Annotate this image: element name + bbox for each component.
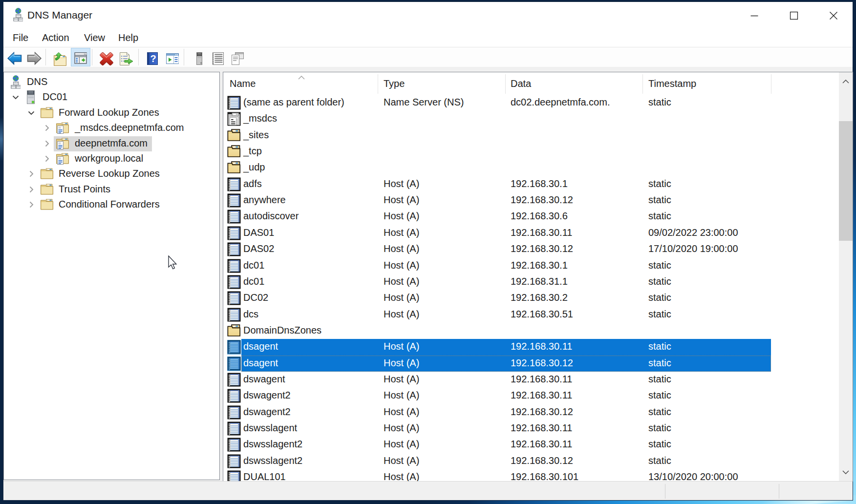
- tree-item-forward-lookup-zones[interactable]: Forward Lookup Zones: [4, 105, 219, 121]
- tree-item-trust-points[interactable]: Trust Points: [4, 182, 219, 198]
- chevron-right-icon[interactable]: [27, 170, 35, 178]
- dns-manager-app-icon: [13, 8, 23, 22]
- scrollbar-down-button[interactable]: [839, 466, 853, 479]
- column-separator[interactable]: [771, 74, 771, 94]
- list-row--tcp[interactable]: _tcp: [223, 144, 853, 160]
- computer-button[interactable]: [193, 52, 207, 65]
- list-row--sites[interactable]: _sites: [223, 127, 853, 144]
- column-header-name[interactable]: Name: [230, 78, 256, 89]
- record-icon: [227, 357, 241, 371]
- list-row-dual101[interactable]: DUAL101Host (A)192.168.30.10113/10/2020 …: [223, 469, 853, 482]
- record-icon-svg: [227, 291, 241, 305]
- tree-item-reverse-lookup-zones[interactable]: Reverse Lookup Zones: [4, 167, 219, 182]
- list-row-dswsslagent2[interactable]: dswsslagent2Host (A)192.168.30.12static: [223, 453, 853, 469]
- record-book-button[interactable]: [211, 52, 226, 65]
- list-row--udp[interactable]: _udp: [223, 160, 853, 176]
- list-row-adfs[interactable]: adfsHost (A)192.168.30.1static: [223, 176, 853, 192]
- mouse-cursor: [168, 255, 178, 270]
- tree-item-workgroup-local[interactable]: workgroup.local: [4, 151, 219, 167]
- list-row-autodiscover[interactable]: autodiscoverHost (A)192.168.30.6static: [223, 209, 853, 225]
- dns-manager-window: DNS Manager FileActionViewHelp ?: [3, 1, 853, 501]
- show-hide-console-tree-button[interactable]: [74, 52, 88, 65]
- menu-bar: FileActionViewHelp: [3, 29, 853, 47]
- new-window-from-here-button[interactable]: [166, 52, 180, 65]
- cell-timestamp: static: [648, 341, 671, 352]
- chevron-right-icon[interactable]: [27, 201, 35, 209]
- back-button[interactable]: [7, 52, 22, 65]
- menu-help[interactable]: Help: [118, 29, 138, 47]
- list-row-dswagent2[interactable]: dswagent2Host (A)192.168.30.12static: [223, 404, 853, 420]
- list-row--same-as-parent-folder-[interactable]: (same as parent folder)Name Server (NS)d…: [223, 95, 853, 111]
- record-icon-svg: [227, 96, 241, 110]
- column-header-data[interactable]: Data: [511, 78, 531, 89]
- scrollbar-thumb[interactable]: [839, 121, 853, 241]
- list-row-das02[interactable]: DAS02Host (A)192.168.30.1217/10/2020 19:…: [223, 241, 853, 257]
- column-separator[interactable]: [642, 74, 643, 94]
- record-icon: [227, 454, 241, 469]
- delegation-icon-svg: [227, 112, 241, 126]
- tree-item--msdcs-deepnetmfa-com[interactable]: _msdcs.deepnetmfa.com: [4, 121, 219, 136]
- record-icon-svg: [227, 259, 241, 273]
- up-one-level-button[interactable]: [53, 52, 68, 65]
- menu-file[interactable]: File: [13, 29, 28, 47]
- folder-icon-svg: [40, 106, 54, 119]
- list-row-dc02[interactable]: DC02Host (A)192.168.30.2static: [223, 290, 853, 306]
- list-row-dswagent[interactable]: dswagentHost (A)192.168.30.11static: [223, 372, 853, 388]
- tree-item-label: Conditional Forwarders: [59, 199, 160, 210]
- scrollbar-up-button[interactable]: [839, 75, 853, 88]
- dns-root-icon-svg: [11, 75, 21, 90]
- cell-data: 192.168.30.12: [511, 194, 573, 206]
- help-button[interactable]: ?: [146, 52, 160, 65]
- maximize-button[interactable]: [778, 2, 810, 27]
- delete-button[interactable]: [99, 52, 114, 65]
- vertical-scrollbar[interactable]: [839, 72, 853, 481]
- menu-action[interactable]: Action: [42, 29, 69, 47]
- list-row-dswsslagent[interactable]: dswsslagentHost (A)192.168.30.11static: [223, 420, 853, 437]
- list-row-dcs[interactable]: dcsHost (A)192.168.30.51static: [223, 307, 853, 323]
- column-separator[interactable]: [378, 74, 378, 94]
- menu-view[interactable]: View: [84, 29, 105, 47]
- list-row--msdcs[interactable]: _msdcs: [223, 111, 853, 127]
- column-separator[interactable]: [505, 74, 506, 94]
- cell-timestamp: static: [648, 422, 671, 434]
- list-row-dswagent2[interactable]: dswagent2Host (A)192.168.30.11static: [223, 388, 853, 404]
- list-row-dswsslagent2[interactable]: dswsslagent2Host (A)192.168.30.11static: [223, 437, 853, 453]
- cell-name: anywhere: [243, 194, 286, 206]
- chevron-right-icon[interactable]: [27, 186, 35, 193]
- tree-item-conditional-forwarders[interactable]: Conditional Forwarders: [4, 197, 219, 213]
- tree-item-dc01[interactable]: DC01: [4, 90, 219, 105]
- minimize-button[interactable]: [738, 2, 770, 27]
- properties-button[interactable]: [231, 52, 245, 65]
- list-row-domaindnszones[interactable]: DomainDnsZones: [223, 323, 853, 339]
- server-icon-svg: [27, 90, 35, 104]
- list-header: NameTypeDataTimestamp: [223, 72, 853, 95]
- list-row-das01[interactable]: DAS01Host (A)192.168.30.1109/02/2022 23:…: [223, 225, 853, 241]
- chevron-right-icon[interactable]: [43, 155, 51, 163]
- list-row-dsagent[interactable]: dsagentHost (A)192.168.30.12static: [223, 356, 853, 372]
- cell-name: dswagent: [243, 374, 285, 385]
- chevron-down-icon[interactable]: [12, 93, 20, 101]
- chevron-right-icon[interactable]: [43, 124, 51, 132]
- list-row-anywhere[interactable]: anywhereHost (A)192.168.30.12static: [223, 192, 853, 209]
- chevron-right-icon-svg: [27, 201, 35, 209]
- folder-icon-svg: [227, 324, 241, 337]
- record-icon: [227, 259, 241, 273]
- cell-timestamp: static: [648, 292, 671, 303]
- tree-item-dns[interactable]: DNS: [4, 75, 219, 90]
- chevron-right-icon[interactable]: [43, 140, 51, 147]
- console-tree-icon: [74, 52, 87, 64]
- column-header-type[interactable]: Type: [384, 78, 405, 89]
- sort-ascending-icon: [298, 73, 305, 82]
- forward-button[interactable]: [27, 52, 42, 65]
- tree-item-label: Reverse Lookup Zones: [59, 168, 160, 179]
- close-button[interactable]: [817, 2, 850, 27]
- list-row-dsagent[interactable]: dsagentHost (A)192.168.30.11static: [223, 339, 853, 355]
- tree-item-deepnetmfa-com[interactable]: deepnetmfa.com: [4, 136, 219, 152]
- column-header-timestamp[interactable]: Timestamp: [648, 78, 696, 89]
- cell-type: Host (A): [384, 178, 419, 189]
- record-icon-svg: [227, 308, 241, 322]
- list-row-dc01[interactable]: dc01Host (A)192.168.30.1static: [223, 258, 853, 274]
- list-row-dc01[interactable]: dc01Host (A)192.168.31.1static: [223, 274, 853, 290]
- chevron-down-icon[interactable]: [27, 109, 35, 117]
- export-list-button[interactable]: [119, 52, 133, 65]
